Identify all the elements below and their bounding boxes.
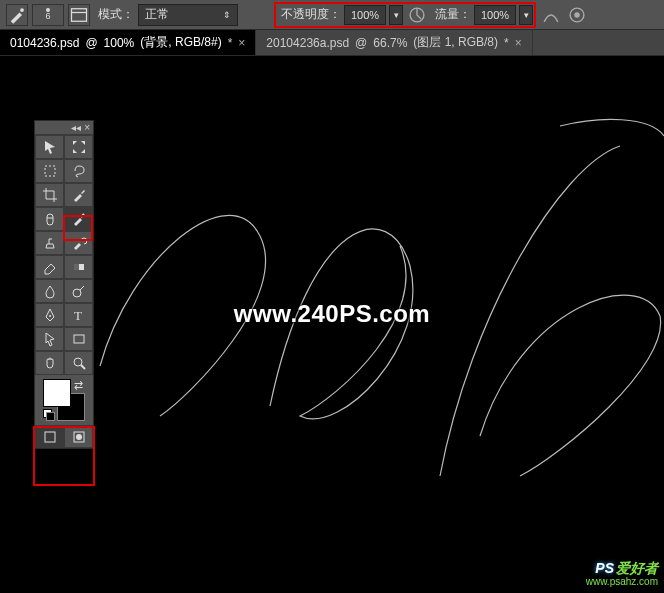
swap-colors-icon[interactable]: ⇄ bbox=[74, 379, 83, 392]
rectangle-shape-tool[interactable] bbox=[64, 327, 93, 351]
flow-label: 流量： bbox=[435, 6, 471, 23]
tab-filename: 0104236.psd bbox=[10, 36, 79, 50]
canvas[interactable]: www.240PS.com PS爱好者 www.psahz.com bbox=[0, 56, 664, 593]
brush-size-value: 6 bbox=[45, 12, 50, 21]
marquee-tool[interactable] bbox=[35, 159, 64, 183]
svg-rect-10 bbox=[74, 264, 79, 270]
tools-panel-header[interactable]: ◂◂ × bbox=[35, 121, 93, 135]
crop-tool[interactable] bbox=[35, 183, 64, 207]
blend-mode-value: 正常 bbox=[145, 6, 169, 23]
svg-point-16 bbox=[74, 358, 82, 366]
airbrush-toggle[interactable] bbox=[540, 4, 562, 26]
brush-tool[interactable] bbox=[64, 207, 93, 231]
color-swatches: ⇄ bbox=[35, 375, 93, 425]
tab-at: @ bbox=[85, 36, 97, 50]
watermark-text: www.240PS.com bbox=[234, 300, 430, 328]
collapse-icon[interactable]: ◂◂ bbox=[71, 122, 81, 133]
svg-rect-6 bbox=[45, 166, 55, 176]
brush-panel-toggle[interactable] bbox=[68, 4, 90, 26]
svg-text:T: T bbox=[74, 308, 82, 323]
path-select-tool[interactable] bbox=[35, 327, 64, 351]
artboard-tool[interactable] bbox=[64, 135, 93, 159]
close-icon[interactable]: × bbox=[238, 36, 245, 50]
corner-watermark-sub: www.psahz.com bbox=[586, 576, 658, 587]
tab-detail: (图层 1, RGB/8) bbox=[413, 34, 498, 51]
corner-watermark-main: 爱好者 bbox=[616, 560, 658, 576]
tab-zoom: 100% bbox=[104, 36, 135, 50]
document-tab[interactable]: 0104236.psd @ 100% (背景, RGB/8#) * × bbox=[0, 30, 256, 55]
gradient-tool[interactable] bbox=[64, 255, 93, 279]
tab-dirty-indicator: * bbox=[504, 36, 509, 50]
tab-at: @ bbox=[355, 36, 367, 50]
size-pressure-toggle[interactable] bbox=[566, 4, 588, 26]
document-tab[interactable]: 20104236a.psd @ 66.7% (图层 1, RGB/8) * × bbox=[256, 30, 532, 55]
history-brush-tool[interactable] bbox=[64, 231, 93, 255]
svg-line-12 bbox=[80, 286, 84, 290]
tools-panel: ◂◂ × T ⇄ bbox=[34, 120, 94, 449]
blend-mode-label: 模式： bbox=[98, 6, 134, 23]
svg-point-11 bbox=[73, 289, 81, 297]
opacity-dropdown[interactable]: ▾ bbox=[389, 5, 403, 25]
opacity-pressure-toggle[interactable] bbox=[406, 4, 428, 26]
quickmask-mode-button[interactable] bbox=[64, 426, 93, 448]
corner-watermark-prefix: PS bbox=[595, 560, 614, 576]
svg-rect-7 bbox=[47, 214, 53, 225]
opacity-flow-highlight: 不透明度： 100% ▾ 流量： 100% ▾ bbox=[274, 2, 536, 28]
tab-detail: (背景, RGB/8#) bbox=[140, 34, 221, 51]
dodge-tool[interactable] bbox=[64, 279, 93, 303]
foreground-color-swatch[interactable] bbox=[43, 379, 71, 407]
svg-rect-1 bbox=[72, 8, 87, 21]
svg-rect-18 bbox=[45, 432, 55, 442]
standard-mode-button[interactable] bbox=[35, 426, 64, 448]
flow-input[interactable]: 100% bbox=[474, 5, 516, 25]
svg-point-20 bbox=[76, 434, 82, 440]
close-icon[interactable]: × bbox=[515, 36, 522, 50]
svg-rect-15 bbox=[74, 335, 84, 343]
eraser-tool[interactable] bbox=[35, 255, 64, 279]
tab-zoom: 66.7% bbox=[373, 36, 407, 50]
opacity-label: 不透明度： bbox=[281, 6, 341, 23]
document-tab-bar: 0104236.psd @ 100% (背景, RGB/8#) * × 2010… bbox=[0, 30, 664, 56]
lasso-tool[interactable] bbox=[64, 159, 93, 183]
svg-point-5 bbox=[574, 12, 580, 18]
eyedropper-tool[interactable] bbox=[64, 183, 93, 207]
flow-dropdown[interactable]: ▾ bbox=[519, 5, 533, 25]
blur-tool[interactable] bbox=[35, 279, 64, 303]
svg-point-0 bbox=[20, 8, 24, 12]
svg-line-17 bbox=[81, 365, 85, 369]
zoom-tool[interactable] bbox=[64, 351, 93, 375]
hand-tool[interactable] bbox=[35, 351, 64, 375]
pen-tool[interactable] bbox=[35, 303, 64, 327]
clone-stamp-tool[interactable] bbox=[35, 231, 64, 255]
tool-preset-picker[interactable] bbox=[6, 4, 28, 26]
tab-dirty-indicator: * bbox=[228, 36, 233, 50]
opacity-input[interactable]: 100% bbox=[344, 5, 386, 25]
default-colors-icon[interactable] bbox=[43, 409, 55, 421]
move-tool[interactable] bbox=[35, 135, 64, 159]
svg-point-13 bbox=[49, 315, 51, 317]
chevron-updown-icon: ⇕ bbox=[223, 10, 231, 20]
spot-heal-tool[interactable] bbox=[35, 207, 64, 231]
tab-filename: 20104236a.psd bbox=[266, 36, 349, 50]
corner-watermark: PS爱好者 www.psahz.com bbox=[586, 561, 658, 587]
blend-mode-dropdown[interactable]: 正常 ⇕ bbox=[138, 4, 238, 26]
close-icon[interactable]: × bbox=[84, 122, 90, 133]
type-tool[interactable]: T bbox=[64, 303, 93, 327]
options-bar: 6 模式： 正常 ⇕ 不透明度： 100% ▾ 流量： 100% ▾ bbox=[0, 0, 664, 30]
brush-preset-picker[interactable]: 6 bbox=[32, 4, 64, 26]
